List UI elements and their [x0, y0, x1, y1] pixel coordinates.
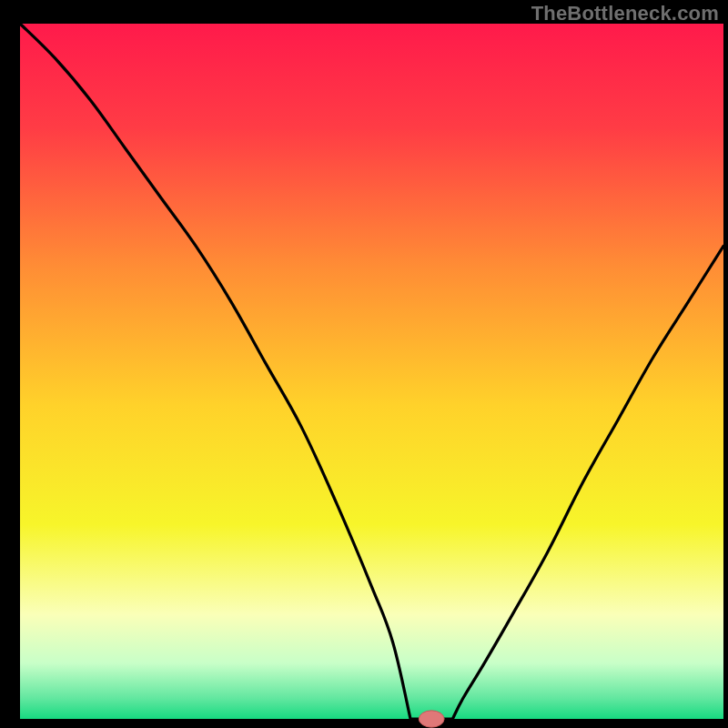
bottleneck-curve-plot: [0, 0, 728, 728]
plot-background: [20, 24, 723, 719]
chart-frame: TheBottleneck.com: [0, 0, 728, 728]
optimal-point-marker: [419, 711, 444, 727]
